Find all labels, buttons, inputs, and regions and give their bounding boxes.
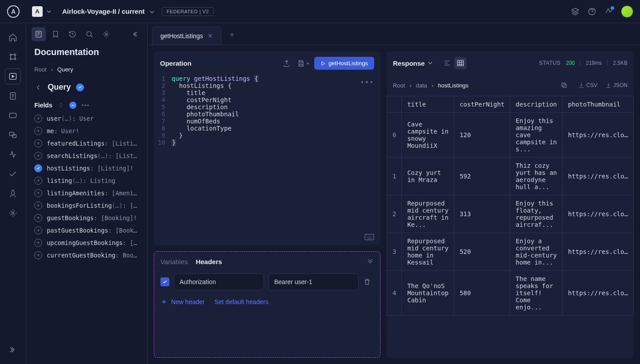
set-default-headers-button[interactable]: Set default headers [214,298,268,305]
bookmark-icon[interactable] [48,27,63,41]
table-row[interactable]: 1Cozy yurt in Mraza592Thiz cozy yurt has… [387,158,633,195]
svg-point-4 [14,58,16,59]
query-title: Query [48,83,71,92]
plus-icon[interactable]: + [34,226,42,234]
docs-tab-icon[interactable] [32,27,46,41]
download-json-button[interactable]: JSON [605,79,628,91]
more-icon[interactable]: ••• [360,79,374,86]
back-arrow-icon[interactable] [34,83,42,91]
close-icon[interactable]: ✕ [208,32,213,40]
history-icon[interactable] [65,27,80,41]
crumb-root[interactable]: Root [393,82,405,89]
crumb-data[interactable]: data [416,82,427,89]
more-icon[interactable]: ••• [82,102,90,108]
table-row[interactable]: 2Repurposed mid century aircraft in Ke..… [387,195,633,233]
svg-point-12 [87,32,92,36]
plus-icon[interactable]: + [34,251,42,259]
plus-icon[interactable]: + [34,202,42,210]
search-icon[interactable] [82,27,96,41]
nav-schema[interactable] [5,49,21,65]
save-icon[interactable] [297,57,310,70]
download-csv-button[interactable]: CSV [578,79,597,91]
gear-icon[interactable] [99,27,113,41]
new-header-button[interactable]: New header [160,298,205,305]
tab-gethostlistings[interactable]: getHostListings ✕ [152,27,221,45]
check-icon[interactable] [34,164,42,172]
svg-point-3 [10,58,11,59]
field-item-bookingsForListing[interactable]: +bookingsForListing(…): [… [32,199,142,212]
help-icon[interactable] [588,7,596,16]
table-row[interactable]: 0Cave campsite in snowy MoundiiX120Enjoy… [387,113,633,158]
notifications-icon[interactable] [604,7,613,16]
field-item-user[interactable]: +user(…): User [32,112,142,125]
table-row[interactable]: 3Repurposed mid century home in Kessail5… [387,233,633,271]
copy-icon[interactable] [558,79,570,91]
field-item-listingAmenities[interactable]: +listingAmenities: [Ameni… [32,187,142,199]
field-item-listing[interactable]: +listing(…): Listing [32,174,142,187]
logo-icon[interactable]: A [7,5,20,18]
plus-icon[interactable]: + [34,115,42,123]
collapse-fields-icon[interactable]: − [69,102,76,109]
header-value-input[interactable] [268,273,359,290]
keyboard-icon[interactable] [364,233,374,241]
crumb-root[interactable]: Root [34,66,46,73]
chevron-down-icon[interactable] [149,9,155,15]
nav-settings[interactable] [5,205,21,221]
graph-name[interactable]: Airlock-Voyage-II / current [62,8,155,15]
chevron-right-icon: › [432,82,433,89]
col-title[interactable]: title [402,96,454,113]
plus-icon[interactable]: + [34,239,42,247]
field-item-searchListings[interactable]: +searchListings(…): [List… [32,150,142,162]
nav-expand[interactable] [5,342,21,358]
plus-icon[interactable]: + [34,127,42,135]
tab-headers[interactable]: Headers [196,258,222,265]
svg-rect-16 [563,84,567,87]
chevron-down-icon[interactable] [428,60,433,66]
view-table-icon[interactable] [454,57,467,69]
collapse-sidebar-icon[interactable] [128,27,142,41]
col-description[interactable]: description [510,96,563,113]
run-button[interactable]: getHostListings [314,57,374,70]
field-item-pastGuestBookings[interactable]: +pastGuestBookings: [Book… [32,224,142,237]
plus-icon[interactable]: + [34,214,42,222]
svg-point-10 [12,212,14,214]
field-item-currentGuestBooking[interactable]: +currentGuestBooking: Boo… [32,249,142,261]
header-key-input[interactable] [174,273,264,290]
field-item-me[interactable]: +me: User! [32,125,142,137]
collapse-headers-icon[interactable] [367,258,374,265]
plus-icon[interactable]: + [34,177,42,185]
header-enabled-checkbox[interactable] [160,277,169,286]
nav-insights[interactable] [5,146,21,162]
sort-icon[interactable] [58,102,64,108]
plus-icon[interactable]: + [34,152,42,160]
response-title: Response [393,59,425,67]
tab-variables[interactable]: Variables [160,258,188,265]
field-item-featuredListings[interactable]: +featuredListings: [Listi… [32,137,142,150]
field-item-hostListings[interactable]: hostListings: [Listing]! [32,162,142,174]
nav-changelog[interactable] [5,88,21,104]
plus-icon[interactable]: + [34,139,42,147]
nav-launches[interactable] [5,186,21,202]
code-editor[interactable]: ••• 1query getHostListings {2 hostListin… [154,75,380,245]
operation-panel: Operation getHostListings ••• [154,51,380,245]
col-costPerNight[interactable]: costPerNight [454,96,510,113]
table-row[interactable]: 4The Qo'noS Mountaintop Cabin580The name… [387,271,633,316]
new-tab-icon[interactable]: ＋ [228,30,236,40]
app-letter-badge[interactable]: A [32,6,43,17]
nav-clients[interactable] [5,107,21,123]
nav-home[interactable] [5,29,21,45]
avatar[interactable] [621,6,633,17]
nav-subgraphs[interactable] [5,127,21,143]
nav-checks[interactable] [5,166,21,182]
nav-explorer[interactable] [5,68,21,84]
field-item-guestBookings[interactable]: +guestBookings: [Booking]! [32,212,142,224]
plus-icon[interactable]: + [34,189,42,197]
trash-icon[interactable] [363,278,374,286]
chevron-down-icon[interactable] [46,9,52,14]
field-item-upcomingGuestBookings[interactable]: +upcomingGuestBookings: [… [32,237,142,249]
layers-icon[interactable] [571,7,580,16]
col-photoThumbnail[interactable]: photoThumbnail [563,96,634,113]
share-icon[interactable] [280,57,293,70]
doc-title: Documentation [26,45,147,61]
view-json-icon[interactable] [441,57,453,69]
